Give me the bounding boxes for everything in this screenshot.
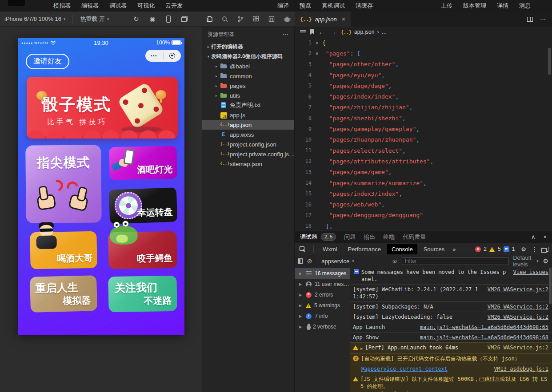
tile-restart-life[interactable]: 重启人生 模拟器 [30,275,97,313]
open-editors-section[interactable]: ▸ 打开的编辑器 [202,42,294,51]
more-actions-icon[interactable]: ⋯ [282,31,289,38]
collapse-icon[interactable]: ∧ [531,234,536,240]
tab-debugger[interactable]: 调试器 2, 5 [300,233,336,241]
file-tree-item[interactable]: project.config.json [202,139,294,149]
filter-input[interactable] [402,257,508,265]
file-tree-item[interactable]: ▸ @babel [202,61,294,71]
clear-console-icon[interactable]: ⊘ [307,257,312,265]
close-icon[interactable]: × [342,16,345,23]
more-menu-icon[interactable]: ••• [145,54,163,58]
menu-item[interactable]: 模拟器 [48,0,76,12]
console-filter-row[interactable]: ▶ 2 errors [295,289,350,300]
npm-layout-icon[interactable] [268,15,276,23]
sidebar-toggle-icon[interactable] [298,258,303,264]
menu-item[interactable]: 云开发 [160,0,188,12]
open-new-window-icon[interactable] [543,247,548,252]
files-icon[interactable] [205,15,213,23]
device-selector[interactable]: iPhone 6/7/8 100% 16▾ [0,16,70,22]
tile-lucky-wheel[interactable]: 幸运转盘 [109,187,178,224]
file-tree-item[interactable]: sitemap.json [202,159,294,169]
invite-friends-button[interactable]: 邀请好友 [26,54,69,69]
device-frame-icon[interactable] [166,16,171,23]
source-link[interactable]: VM26 WAService.js:2 [488,303,548,310]
menu-item[interactable]: 真机调试 [316,0,350,12]
menu-item[interactable]: 编辑器 [76,0,104,12]
debugger-tab[interactable]: 输出 [364,233,375,241]
expand-arrow-icon[interactable]: ▶ [360,345,363,352]
gear-icon[interactable]: ⚙ [543,257,548,265]
devtools-tab[interactable]: Sources [419,244,449,254]
tile-biting-crocodile[interactable]: 咬手鳄鱼 [108,231,177,269]
console-filter-row[interactable]: ▶ 5 warnings [295,300,350,311]
gear-icon[interactable]: ⚙ [521,246,526,253]
file-tree-item[interactable]: app.json [202,120,294,130]
menu-item[interactable]: 可视化 [132,0,160,12]
overflow-tabs-icon[interactable]: » [451,246,457,253]
menu-item[interactable]: 详情 [492,0,514,12]
editor-scrollbar[interactable] [548,48,551,75]
code-area[interactable]: 1 ∨ { 2 ∨ "pages": [ 3 "pages/other/othe… [295,37,552,230]
menu-item[interactable]: 调试器 [104,0,132,12]
file-tree-item[interactable]: ▸ pages [202,81,294,91]
refresh-icon[interactable]: ↻ [133,16,139,22]
devtools-tab[interactable]: Wxml [318,244,342,254]
source-link[interactable]: VM26 WAService.js:2 [488,286,548,293]
hot-reload-toggle[interactable]: 热重载 开▾ [76,15,113,23]
source-link[interactable]: VM26 WAService.js:2 [488,313,548,321]
debugger-tab[interactable]: 终端 [383,233,395,241]
source-control-icon[interactable] [236,15,244,23]
breadcrumb-file[interactable]: {..} app.json › … [341,29,387,35]
log-levels-dropdown[interactable]: Default levels ▾ [513,254,538,268]
menu-item[interactable]: 清缓存 [350,0,378,12]
source-link[interactable]: VM26 WAService.js:2 [488,344,548,351]
inspect-element-icon[interactable] [298,245,307,253]
file-tree-item[interactable]: 免责声明.txt [202,100,294,110]
console-filter-row[interactable]: ▶ 7 info [295,311,350,321]
tile-bar-light[interactable]: 酒吧灯光 [109,146,177,180]
tile-fingertip-mode[interactable]: 指尖模式 [25,145,102,223]
debugger-tab[interactable]: 问题 [344,233,356,241]
file-tree-item[interactable]: app.js [202,110,294,120]
split-editor-icon[interactable] [527,17,533,22]
issue-counters[interactable]: ×2 5 1 [475,246,515,252]
more-actions-icon[interactable]: ⋯ [540,16,546,23]
debugger-tab[interactable]: 代码质量 [403,233,426,241]
source-link[interactable]: main.js?t=wechat&s=1…a6a5d6de6443d698:65 [420,324,548,331]
fold-icon[interactable]: ∨ [312,51,322,56]
forward-arrow-icon[interactable]: → [330,28,336,36]
menu-item[interactable]: 编译 [272,0,294,12]
dice-mode-banner[interactable]: 骰子模式 比手气 拼技巧 [27,77,178,139]
devtools-tab[interactable]: Performance [344,244,385,254]
exit-target-icon[interactable] [164,53,181,59]
outline-menu-icon[interactable] [300,30,306,34]
back-arrow-icon[interactable]: ← [319,28,325,36]
menu-item[interactable]: 版本管理 [458,0,492,12]
source-link[interactable]: View issues [513,269,548,276]
console-filter-row[interactable]: ▶ 16 messages [295,268,350,279]
menu-item[interactable]: 预览 [294,0,316,12]
close-icon[interactable]: × [543,234,547,240]
menu-item[interactable]: 上传 [436,0,458,12]
project-root-section[interactable]: ▾ 发喝酒神器2.0微信小程序源码 [202,51,294,61]
more-vertical-icon[interactable]: ⋮ [532,246,537,253]
console-filter-row[interactable]: ▶ 2 verbose [295,321,350,332]
bookmark-icon[interactable] [310,29,314,35]
devtools-tab[interactable]: Console [387,244,417,254]
extensions-icon[interactable] [252,15,260,23]
context-selector[interactable]: appservice ▾ [321,258,388,265]
record-icon[interactable]: ◉ [150,16,156,22]
tile-drinking-bro[interactable]: 喝酒大哥 [30,231,97,269]
source-link[interactable]: main.js?t=wechat&s=1…a6a5d6de6443d698:68 [420,334,548,341]
tile-follow-us[interactable]: 关注我们 不迷路 [108,276,177,313]
eye-icon[interactable] [392,259,397,264]
context-link[interactable]: @appservice-current-context [361,366,448,372]
menu-item[interactable]: 消息 [514,0,536,12]
teapot-icon[interactable] [283,15,291,23]
console-filter-row[interactable]: ▶ 11 user mes… [295,279,350,289]
breadcrumb-more[interactable]: … [381,29,387,35]
console-scrollbar[interactable] [549,268,552,304]
multi-window-icon[interactable] [181,16,188,22]
file-tree-item[interactable]: app.wxss [202,130,294,139]
file-tree-item[interactable]: project.private.config.js… [202,149,294,159]
search-icon[interactable] [221,15,229,23]
